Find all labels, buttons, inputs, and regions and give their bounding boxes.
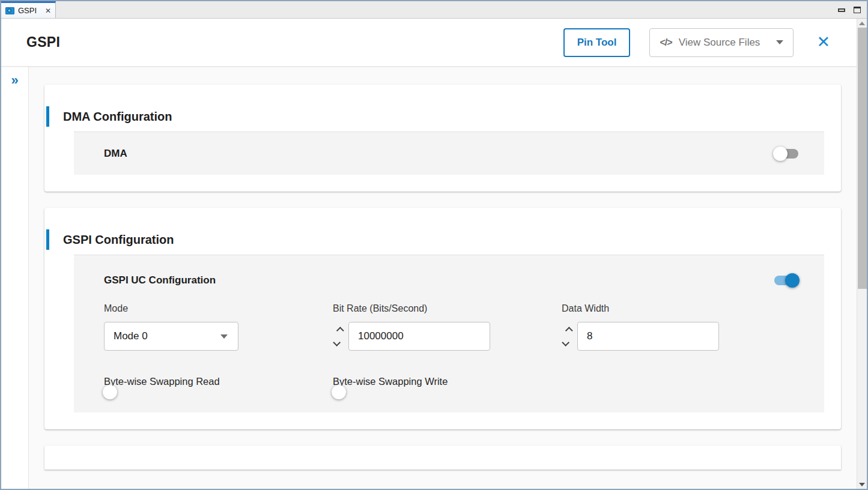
dma-card-title: DMA Configuration bbox=[63, 110, 172, 124]
chevron-up-icon[interactable] bbox=[565, 327, 572, 334]
bit-rate-spinner bbox=[333, 328, 344, 345]
scroll-down-icon bbox=[859, 483, 865, 486]
mode-control: Mode 0 bbox=[104, 322, 333, 351]
code-icon: </> bbox=[660, 37, 672, 48]
mode-field: Mode Mode 0 bbox=[104, 303, 333, 351]
chevron-down-icon[interactable] bbox=[333, 339, 341, 346]
chevron-down-icon bbox=[776, 40, 783, 44]
mode-label: Mode bbox=[104, 303, 333, 314]
scroll-down-button[interactable] bbox=[857, 480, 867, 489]
left-sidebar: » bbox=[1, 67, 29, 489]
content-row: GSPI Pin Tool </> View Source Files ✕ » … bbox=[1, 19, 867, 489]
swap-read-label: Byte-wise Swapping Read bbox=[104, 376, 333, 387]
gspi-uc-row: GSPI UC Configuration bbox=[104, 274, 798, 286]
expand-sidebar-icon[interactable]: » bbox=[11, 74, 18, 87]
dma-card-header: DMA Configuration bbox=[44, 85, 841, 132]
data-width-label: Data Width bbox=[562, 303, 798, 314]
window-controls bbox=[838, 1, 867, 18]
scroll-up-icon bbox=[859, 22, 865, 25]
vertical-scrollbar[interactable] bbox=[857, 19, 867, 489]
view-source-files-button[interactable]: </> View Source Files bbox=[649, 28, 794, 57]
data-width-field: Data Width bbox=[562, 303, 798, 351]
swap-read-field: Byte-wise Swapping Read bbox=[104, 376, 333, 387]
switch-row: Byte-wise Swapping Read Byte-wise Swappi… bbox=[104, 376, 798, 387]
dma-section: DMA bbox=[74, 132, 824, 175]
dma-configuration-card: DMA Configuration DMA bbox=[44, 85, 841, 192]
bit-rate-field: Bit Rate (Bits/Second) bbox=[333, 303, 562, 351]
fields-row: Mode Mode 0 Bit Rate (Bits/Second) bbox=[104, 303, 798, 351]
gspi-card-title: GSPI Configuration bbox=[63, 233, 174, 247]
gspi-uc-toggle[interactable] bbox=[774, 276, 798, 285]
mode-dropdown[interactable]: Mode 0 bbox=[104, 322, 238, 351]
tab-close-icon[interactable]: ✕ bbox=[45, 7, 51, 15]
scroll-up-button[interactable] bbox=[857, 19, 867, 28]
chevron-down-icon bbox=[220, 334, 228, 339]
chevron-up-icon[interactable] bbox=[336, 327, 344, 334]
component-icon bbox=[5, 7, 14, 14]
data-width-input[interactable] bbox=[577, 322, 719, 351]
gspi-uc-label: GSPI UC Configuration bbox=[104, 274, 216, 286]
bit-rate-label: Bit Rate (Bits/Second) bbox=[333, 303, 562, 314]
minimize-icon[interactable] bbox=[838, 8, 845, 12]
scroll-content: DMA Configuration DMA GSPI Configuration bbox=[29, 67, 857, 489]
view-source-files-label: View Source Files bbox=[679, 37, 760, 49]
toggle-knob bbox=[103, 385, 117, 399]
mode-value: Mode 0 bbox=[114, 330, 148, 342]
gspi-uc-section: GSPI UC Configuration Mode Mode 0 bbox=[74, 255, 824, 413]
page-header: GSPI Pin Tool </> View Source Files ✕ bbox=[1, 19, 857, 67]
maximize-icon[interactable] bbox=[854, 7, 861, 13]
tab-label: GSPI bbox=[18, 6, 37, 15]
dma-toggle[interactable] bbox=[774, 149, 798, 159]
editor-tab-strip: GSPI ✕ bbox=[1, 1, 867, 19]
swap-write-label: Byte-wise Swapping Write bbox=[333, 376, 562, 387]
toggle-knob bbox=[773, 147, 788, 161]
dma-label: DMA bbox=[104, 148, 127, 160]
swap-write-field: Byte-wise Swapping Write bbox=[333, 376, 562, 387]
tab-gspi[interactable]: GSPI ✕ bbox=[1, 1, 56, 18]
chevron-down-icon[interactable] bbox=[562, 339, 569, 346]
data-width-spinner bbox=[562, 328, 572, 345]
gspi-card-header: GSPI Configuration bbox=[44, 208, 841, 255]
bit-rate-control bbox=[333, 322, 562, 351]
accent-bar bbox=[46, 106, 49, 127]
main-column: GSPI Pin Tool </> View Source Files ✕ » … bbox=[1, 19, 857, 489]
bit-rate-input[interactable] bbox=[348, 322, 490, 351]
toggle-knob bbox=[332, 385, 346, 399]
gspi-configuration-card: GSPI Configuration GSPI UC Configuration… bbox=[44, 208, 841, 429]
body-row: » DMA Configuration DMA bbox=[1, 67, 857, 489]
pin-tool-button[interactable]: Pin Tool bbox=[563, 28, 631, 57]
toggle-knob bbox=[785, 273, 800, 288]
accent-bar bbox=[46, 229, 49, 250]
scrollbar-thumb[interactable] bbox=[858, 28, 867, 289]
data-width-control bbox=[562, 322, 798, 351]
next-card-partial bbox=[44, 446, 841, 470]
page-title: GSPI bbox=[26, 34, 60, 50]
close-tool-button[interactable]: ✕ bbox=[816, 34, 830, 50]
